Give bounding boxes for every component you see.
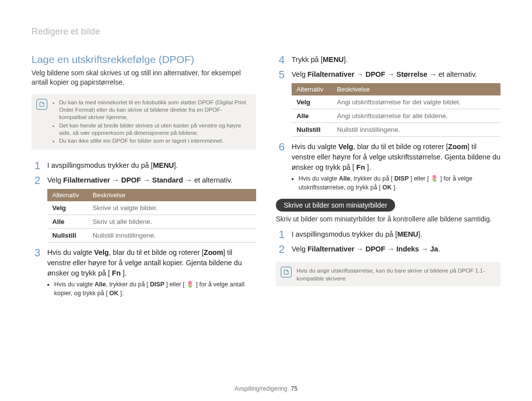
note-box-1: Du kan ta med minnekortet til en fotobut…	[32, 94, 256, 150]
flower-icon: 🌷	[431, 175, 438, 182]
table-row: AlleAngi utskriftsstørrelse for alle bil…	[292, 109, 500, 123]
menu-key: MENU	[153, 160, 174, 171]
sub-section-pill: Skrive ut bilder som miniatyrbilder	[276, 199, 395, 212]
step-1: 1 I avspillingsmodus trykker du på [MENU…	[32, 160, 256, 171]
step-5: 5 Velg Filalternativer → DPOF → Størrels…	[276, 69, 500, 80]
two-column-layout: Lage en utskriftsrekkefølge (DPOF) Velg …	[32, 54, 500, 300]
note-icon	[36, 99, 47, 110]
section-title: Lage en utskriftsrekkefølge (DPOF)	[32, 54, 256, 65]
breadcrumb: Redigere et bilde	[32, 27, 500, 37]
note-item: Du kan ta med minnekortet til en fotobut…	[59, 99, 249, 121]
step-number: 1	[276, 229, 285, 240]
table-header: Alternativ	[47, 189, 88, 201]
step-body: Velg Filalternativer → DPOF → Indeks → J…	[292, 244, 500, 255]
menu-key: MENU	[397, 229, 418, 240]
flower-icon: 🌷	[186, 281, 194, 288]
step-body: Trykk på [MENU].	[292, 55, 500, 65]
step-6: 6 Hvis du valgte Velg, blar du til et bi…	[276, 142, 500, 192]
document-page: Redigere et bilde Lage en utskriftsrekke…	[0, 0, 532, 401]
menu-key: MENU	[323, 55, 344, 65]
page-footer: Avspilling/redigering 75	[0, 385, 532, 392]
table-row: VelgAngi utskriftsstørrelse for det valg…	[292, 95, 500, 109]
table-header: Beskrivelse	[88, 189, 256, 201]
step-sub-item: Hvis du valgte Alle, trykker du på [ DIS…	[299, 175, 500, 192]
step-4: 4 Trykk på [MENU].	[276, 55, 500, 65]
step-number: 3	[32, 247, 40, 298]
step-number: 4	[276, 55, 285, 65]
step-3: 3 Hvis du valgte Velg, blar du til et bi…	[32, 247, 256, 298]
options-table-2: Alternativ Beskrivelse VelgAngi utskrift…	[292, 83, 500, 137]
table-row: NullstillNullstill innstillingene.	[292, 123, 500, 137]
page-number: 75	[291, 385, 298, 392]
step-body: I avspillingsmodus trykker du på [MENU].	[47, 160, 256, 171]
table-row: AlleSkriv ut alle bildene.	[47, 215, 256, 229]
table-row: VelgSkrive ut valgte bilder.	[47, 201, 256, 215]
table-row: NullstillNullstill innstillingene.	[47, 229, 256, 243]
note-item: Det kan hende at brede bilder skrives ut…	[59, 122, 249, 137]
step-sub-list: Hvis du valgte Alle, trykker du på [ DIS…	[292, 175, 500, 192]
step-body: Velg Filalternativer → DPOF → Størrelse …	[292, 69, 500, 80]
footer-section-name: Avspilling/redigering	[234, 385, 287, 392]
step-number: 2	[276, 244, 285, 255]
step-body: Velg Filalternativer → DPOF → Standard →…	[47, 175, 256, 186]
mini-step-2: 2 Velg Filalternativer → DPOF → Indeks →…	[276, 244, 500, 255]
intro-paragraph: Velg bildene som skal skrives ut og stil…	[32, 68, 256, 87]
note-text: Hvis du angir utskriftsstørrelse, kan du…	[297, 266, 494, 282]
step-body: Hvis du valgte Velg, blar du til et bild…	[47, 247, 256, 298]
step-number: 5	[276, 69, 285, 80]
table-header: Alternativ	[292, 83, 332, 95]
column-right: 4 Trykk på [MENU]. 5 Velg Filalternative…	[276, 54, 500, 300]
sub-section-intro: Skriv ut bilder som miniatyrbilder for å…	[276, 215, 500, 224]
step-sub-list: Hvis du valgte Alle, trykker du på [ DIS…	[47, 280, 256, 298]
step-body: I avspillingsmodus trykker du på [MENU].	[292, 229, 500, 240]
step-number: 1	[32, 160, 40, 171]
step-sub-item: Hvis du valgte Alle, trykker du på [ DIS…	[54, 280, 256, 298]
options-table-1: Alternativ Beskrivelse VelgSkrive ut val…	[47, 189, 256, 243]
step-number: 6	[276, 142, 285, 192]
step-number: 2	[32, 175, 40, 186]
step-2: 2 Velg Filalternativer → DPOF → Standard…	[32, 175, 256, 186]
column-left: Lage en utskriftsrekkefølge (DPOF) Velg …	[32, 54, 256, 300]
note-box-2: Hvis du angir utskriftsstørrelse, kan du…	[276, 262, 500, 286]
note-icon	[281, 267, 292, 278]
mini-step-1: 1 I avspillingsmodus trykker du på [MENU…	[276, 229, 500, 240]
note-list: Du kan ta med minnekortet til en fotobut…	[52, 98, 249, 146]
table-header: Beskrivelse	[332, 83, 500, 95]
step-body: Hvis du valgte Velg, blar du til et bild…	[292, 142, 500, 192]
note-item: Du kan ikke stille inn DPOF for bilder s…	[59, 137, 249, 145]
